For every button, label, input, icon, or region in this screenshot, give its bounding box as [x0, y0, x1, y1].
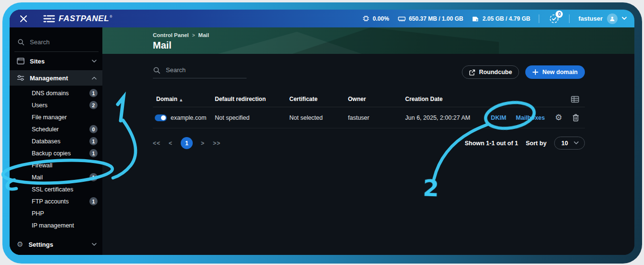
domains-table: Domain▲ Default redirection Certificate …	[153, 91, 585, 128]
creation-date-value: Jun 6, 2025, 2:00:27 AM	[402, 114, 496, 121]
sidebar-item-mail[interactable]: Mail 1	[10, 171, 102, 183]
count-badge: 1	[89, 173, 98, 181]
main-area: Control Panel > Mail Mail	[102, 27, 634, 255]
next-page-button[interactable]: >	[201, 140, 205, 147]
roundcube-button[interactable]: Roundcube	[462, 65, 520, 79]
count-badge: 1	[89, 197, 98, 205]
column-header-creation-date[interactable]: Creation Date	[402, 96, 496, 102]
sort-by-label: Sort by	[526, 140, 546, 147]
table-search	[153, 66, 247, 78]
count-badge: 0	[89, 125, 98, 133]
first-page-button[interactable]: <<	[153, 140, 161, 147]
sidebar-item-file-manager[interactable]: File manager	[10, 111, 102, 123]
chevron-up-icon	[92, 76, 97, 80]
notifications-button[interactable]: 0	[548, 13, 560, 25]
management-submenu: DNS domains 1 Users 2 File manager Sched…	[10, 86, 102, 232]
breadcrumb-mail: Mail	[198, 32, 209, 38]
sidebar-search	[14, 34, 99, 52]
column-settings-icon[interactable]	[571, 96, 579, 103]
redirection-value: Not specified	[211, 114, 286, 121]
disk-usage-value: 2.05 GB / 4.79 GB	[483, 15, 530, 22]
ram-usage-value: 650.37 MB / 1.00 GB	[409, 15, 463, 22]
sidebar-item-ftp-accounts[interactable]: FTP accounts 1	[10, 195, 102, 207]
pagination-controls: << < 1 > >>	[153, 137, 221, 149]
sidebar: Sites Management	[10, 27, 102, 255]
chevron-down-icon	[92, 243, 97, 246]
table-row: example.com Not specified Not selected f…	[153, 107, 585, 128]
shown-count-label: Shown 1-1 out of 1	[465, 140, 518, 147]
certificate-value: Not selected	[286, 114, 345, 121]
pagination-summary: Shown 1-1 out of 1 Sort by 10	[465, 137, 585, 150]
delete-trash-icon[interactable]	[572, 114, 579, 122]
ram-icon	[398, 15, 406, 22]
sidebar-item-scheduler[interactable]: Scheduler 0	[10, 123, 102, 135]
breadcrumb-separator: >	[192, 33, 195, 38]
external-link-icon	[469, 69, 475, 76]
owner-value: fastuser	[345, 114, 402, 121]
current-page-button[interactable]: 1	[181, 137, 193, 149]
row-settings-gear-icon[interactable]: ⚙	[555, 114, 562, 122]
table-header-row: Domain▲ Default redirection Certificate …	[153, 91, 585, 107]
column-header-owner[interactable]: Owner	[345, 96, 402, 102]
user-menu[interactable]: fastuser	[578, 13, 627, 24]
dkim-link[interactable]: DKIM	[491, 114, 506, 121]
topbar-right: 0.00% 650.37 MB / 1.00 GB 2.05 GB / 4.79…	[362, 13, 627, 25]
ram-usage-stat: 650.37 MB / 1.00 GB	[398, 15, 463, 22]
sidebar-item-dns-domains[interactable]: DNS domains 1	[10, 87, 102, 99]
mailboxes-link[interactable]: Mailboxes	[516, 114, 545, 121]
sidebar-item-label: Settings	[28, 241, 53, 248]
search-icon	[17, 38, 25, 46]
avatar	[607, 13, 618, 24]
sidebar-item-backup-copies[interactable]: Backup copies 1	[10, 147, 102, 159]
sidebar-item-users[interactable]: Users 2	[10, 99, 102, 111]
chevron-down-icon	[622, 17, 627, 20]
column-header-certificate[interactable]: Certificate	[286, 96, 345, 102]
column-header-domain[interactable]: Domain▲	[153, 96, 211, 102]
per-page-select[interactable]: 10	[554, 137, 585, 150]
pagination-bar: << < 1 > >> Shown 1-1 out of 1 Sort by 1…	[153, 137, 585, 150]
sidebar-item-php[interactable]: PHP	[10, 207, 102, 219]
chevron-down-icon	[92, 60, 97, 63]
disk-icon	[472, 15, 479, 22]
topbar-divider	[539, 14, 539, 23]
logo-text: FASTPANEL	[59, 14, 109, 24]
fastpanel-logo-icon	[43, 14, 55, 23]
new-domain-button[interactable]: New domain	[525, 65, 585, 79]
domain-name: example.com	[171, 114, 206, 121]
page-header: Control Panel > Mail Mail	[102, 27, 634, 54]
close-icon[interactable]	[16, 12, 31, 26]
sidebar-search-input[interactable]	[29, 38, 87, 46]
prev-page-button[interactable]: <	[169, 140, 173, 147]
breadcrumb-control-panel[interactable]: Control Panel	[153, 32, 189, 38]
cpu-icon	[362, 15, 370, 22]
sidebar-item-ssl-certificates[interactable]: SSL certificates	[10, 183, 102, 195]
count-badge: 2	[89, 101, 98, 109]
content-area: Roundcube New domain Domain▲	[102, 54, 634, 255]
sidebar-item-databases[interactable]: Databases 1	[10, 135, 102, 147]
notifications-count-badge: 0	[556, 11, 563, 18]
topbar: FASTPANEL ® 0.00% 650.37 MB / 1.00	[10, 10, 634, 27]
fastpanel-logo[interactable]: FASTPANEL ®	[43, 14, 112, 24]
gear-icon: ⚙	[17, 241, 23, 248]
sidebar-item-firewall[interactable]: Firewall	[10, 159, 102, 171]
sites-icon	[17, 58, 25, 64]
sidebar-item-management[interactable]: Management	[10, 70, 102, 86]
last-page-button[interactable]: >>	[213, 140, 221, 147]
sort-asc-icon: ▲	[180, 98, 182, 102]
domain-enabled-toggle[interactable]	[155, 114, 167, 121]
username-label: fastuser	[578, 15, 603, 22]
count-badge: 1	[89, 149, 98, 157]
user-icon	[609, 16, 615, 22]
sidebar-item-sites[interactable]: Sites	[10, 53, 102, 69]
toolbar: Roundcube New domain	[153, 65, 585, 79]
column-header-default-redirection[interactable]: Default redirection	[211, 96, 286, 102]
sidebar-item-settings[interactable]: ⚙ Settings	[10, 237, 102, 252]
sidebar-item-ip-management[interactable]: IP management	[10, 219, 102, 231]
cpu-usage-value: 0.00%	[373, 15, 389, 22]
logo-registered-mark: ®	[110, 15, 112, 18]
count-badge: 1	[89, 137, 98, 145]
count-badge: 1	[89, 89, 98, 97]
search-icon	[153, 66, 161, 74]
table-search-input[interactable]	[165, 66, 237, 74]
screenshot-root: FASTPANEL ® 0.00% 650.37 MB / 1.00	[0, 0, 644, 265]
